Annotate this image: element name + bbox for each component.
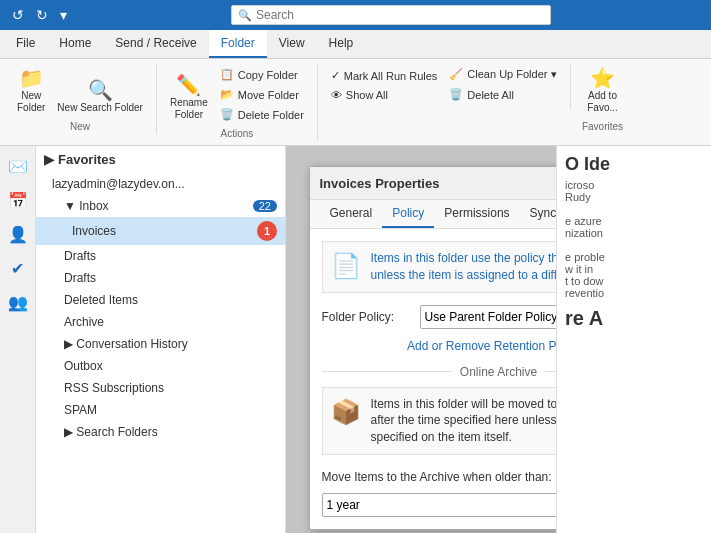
delete-all-button[interactable]: 🗑️ Delete All (444, 85, 561, 104)
folder-policy-label: Folder Policy: (322, 310, 412, 324)
title-bar: ↺ ↻ ▾ 🔍 (0, 0, 711, 30)
move-folder-button[interactable]: 📂 Move Folder (215, 85, 309, 104)
sidebar-item-rss[interactable]: RSS Subscriptions (36, 377, 285, 399)
rename-icon: ✏️ (176, 75, 201, 95)
move-items-label: Move Items to the Archive when older tha… (322, 470, 552, 484)
mail-icon[interactable]: ✉️ (2, 150, 34, 182)
rss-label: RSS Subscriptions (64, 381, 164, 395)
sidebar-item-drafts[interactable]: Drafts (36, 245, 285, 267)
tab-folder[interactable]: Folder (209, 30, 267, 58)
search-icon: 🔍 (238, 9, 252, 22)
ribbon-group-favorites-label: Favorites (582, 121, 623, 132)
ribbon-group-favorites: ⭐ Add toFavo... Favorites (575, 63, 635, 134)
sidebar-item-search-folders[interactable]: ▶ Search Folders (36, 421, 285, 443)
outbox-label: Outbox (64, 359, 103, 373)
search-bar[interactable]: 🔍 (231, 5, 551, 25)
title-bar-controls: ↺ ↻ ▾ (8, 5, 71, 25)
sidebar-favorites-header[interactable]: ▶ Favorites (36, 146, 285, 173)
new-folder-label: NewFolder (17, 90, 45, 114)
sidebar-item-spam[interactable]: SPAM (36, 399, 285, 421)
sidebar-inbox[interactable]: ▼ Inbox 22 (36, 195, 285, 217)
online-archive-label: Online Archive (460, 365, 537, 379)
cleanup-label: Clean Up Folder ▾ (467, 68, 556, 81)
ribbon-group-fav-buttons: ⭐ Add toFavo... (582, 65, 623, 117)
move-icon: 📂 (220, 88, 234, 101)
delete-folder-button[interactable]: 🗑️ Delete Folder (215, 105, 309, 124)
new-search-folder-icon: 🔍 (88, 80, 113, 100)
ribbon-group-clean-buttons: ✓ Mark All Run Rules 👁 Show All 🧹 Clean … (326, 65, 562, 104)
ribbon-group-new: 📁 NewFolder 🔍 New Search Folder New (8, 63, 157, 134)
content-area: Invoices Properties 2 ✕ General Policy P… (286, 146, 711, 533)
copy-folder-button[interactable]: 📋 Copy Folder (215, 65, 309, 84)
chevron-right-icon: ▶ (44, 152, 54, 167)
new-folder-button[interactable]: 📁 NewFolder (12, 65, 50, 117)
inbox-label: ▼ Inbox (64, 199, 109, 213)
new-search-folder-label: New Search Folder (57, 102, 143, 114)
ribbon-content: 📁 NewFolder 🔍 New Search Folder New ✏️ R… (0, 59, 711, 145)
sidebar-item-archive[interactable]: Archive (36, 311, 285, 333)
sidebar-item-sent[interactable]: Drafts (36, 267, 285, 289)
forward-icon[interactable]: ↻ (32, 5, 52, 25)
ribbon-column-cleanup: 🧹 Clean Up Folder ▾ 🗑️ Delete All (444, 65, 561, 104)
quick-access-icon[interactable]: ▾ (56, 5, 71, 25)
tab-home[interactable]: Home (47, 30, 103, 58)
deleteall-icon: 🗑️ (449, 88, 463, 101)
ribbon-group-actions-label: Actions (220, 128, 253, 139)
ribbon-column-small: 📋 Copy Folder 📂 Move Folder 🗑️ Delete Fo… (215, 65, 309, 124)
sidebar-item-outbox[interactable]: Outbox (36, 355, 285, 377)
contacts-icon[interactable]: 👤 (2, 218, 34, 250)
right-panel: O Ide icrosoRudy e azurenization e probl… (556, 146, 711, 533)
tab-file[interactable]: File (4, 30, 47, 58)
add-favorites-button[interactable]: ⭐ Add toFavo... (582, 65, 623, 117)
modal-tab-policy[interactable]: Policy (382, 200, 434, 228)
rename-folder-button[interactable]: ✏️ RenameFolder (165, 72, 213, 124)
modal-tab-general[interactable]: General (320, 200, 383, 228)
new-search-folder-button[interactable]: 🔍 New Search Folder (52, 77, 148, 117)
inbox-badge: 22 (253, 200, 277, 212)
sidebar-item-invoices[interactable]: Invoices 1 (36, 217, 285, 245)
sidebar-resize-handle[interactable] (281, 146, 285, 533)
show-all-button[interactable]: 👁 Show All (326, 86, 443, 104)
ribbon-group-clean: ✓ Mark All Run Rules 👁 Show All 🧹 Clean … (322, 63, 571, 110)
document-icon: 📄 (331, 252, 361, 280)
tab-help[interactable]: Help (317, 30, 366, 58)
new-folder-icon: 📁 (19, 68, 44, 88)
people-icon[interactable]: 👥 (2, 286, 34, 318)
spam-label: SPAM (64, 403, 97, 417)
mark-icon: ✓ (331, 69, 340, 82)
ribbon: File Home Send / Receive Folder View Hel… (0, 30, 711, 146)
icon-bar: ✉️ 📅 👤 ✔ 👥 (0, 146, 36, 533)
ribbon-group-new-label: New (70, 121, 90, 132)
main-layout: ✉️ 📅 👤 ✔ 👥 ▶ Favorites lazyadmin@lazydev… (0, 146, 711, 533)
chevron-right-small-icon: ▶ (64, 337, 73, 351)
tasks-icon[interactable]: ✔ (2, 252, 34, 284)
invoices-label: Invoices (72, 224, 116, 238)
tab-send-receive[interactable]: Send / Receive (103, 30, 208, 58)
modal-tab-permissions[interactable]: Permissions (434, 200, 519, 228)
tab-view[interactable]: View (267, 30, 317, 58)
favorites-label: Add toFavo... (587, 90, 618, 114)
ribbon-column-mark: ✓ Mark All Run Rules 👁 Show All (326, 66, 443, 104)
right-panel-text2: e azurenization (565, 215, 703, 239)
delete-label: Delete Folder (238, 109, 304, 121)
mark-all-button[interactable]: ✓ Mark All Run Rules (326, 66, 443, 85)
sidebar-item-deleted[interactable]: Deleted Items (36, 289, 285, 311)
favorites-label: Favorites (58, 152, 116, 167)
search-input[interactable] (256, 8, 544, 22)
sidebar-item-conversation[interactable]: ▶ Conversation History (36, 333, 285, 355)
conversation-label: ▶ Conversation History (64, 337, 188, 351)
right-panel-title2: re A (565, 307, 703, 330)
show-label: Show All (346, 89, 388, 101)
archive-label: Archive (64, 315, 104, 329)
copy-icon: 📋 (220, 68, 234, 81)
chevron-down-icon: ▼ (64, 199, 76, 213)
sidebar-account[interactable]: lazyadmin@lazydev.on... (36, 173, 285, 195)
cleanup-icon: 🧹 (449, 68, 463, 81)
move-label: Move Folder (238, 89, 299, 101)
back-icon[interactable]: ↺ (8, 5, 28, 25)
rename-label: RenameFolder (170, 97, 208, 121)
invoices-badge: 1 (257, 221, 277, 241)
clean-up-button[interactable]: 🧹 Clean Up Folder ▾ (444, 65, 561, 84)
sidebar: ▶ Favorites lazyadmin@lazydev.on... ▼ In… (36, 146, 286, 533)
calendar-icon[interactable]: 📅 (2, 184, 34, 216)
